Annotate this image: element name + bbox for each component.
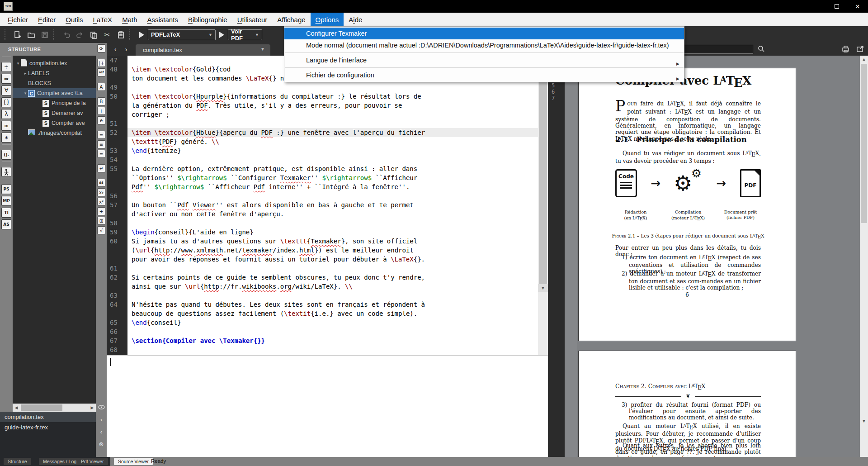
emph-icon[interactable]: e (97, 116, 105, 124)
tab-list-chevron-icon[interactable]: ▼ (260, 47, 265, 52)
align-center-icon[interactable]: ≡ (97, 140, 105, 148)
fontsize-icon[interactable]: A (97, 83, 105, 91)
menu-item-configurer[interactable]: Configurer Texmaker (284, 28, 684, 39)
maximize-button[interactable] (826, 0, 847, 13)
tree-item-section[interactable]: SDémarrer av (13, 108, 96, 118)
bold-icon[interactable]: B (97, 97, 105, 105)
print-pdf-button[interactable] (842, 45, 849, 54)
display-math-icon[interactable]: $$ (97, 179, 105, 187)
code-line[interactable]: d'activer ou non cette fenêtre d'aperçu. (127, 209, 538, 219)
open-file-button[interactable] (24, 28, 38, 42)
eye-icon[interactable] (96, 403, 107, 412)
subscript-icon[interactable]: x₂ (97, 188, 105, 196)
close-button[interactable]: ✕ (847, 0, 868, 13)
menu-outils[interactable]: Outils (61, 13, 88, 26)
open-file-compilation.tex[interactable]: compilation.tex (0, 412, 96, 422)
cut-button[interactable]: ✂ (100, 28, 114, 42)
tree-item-document[interactable]: ▾compilation.tex (13, 58, 96, 68)
sqrt-icon[interactable]: √ (97, 226, 105, 234)
tree-item-chapter[interactable]: ▾CCompiler avec \La (13, 88, 96, 98)
pdf-search-button[interactable] (758, 45, 765, 54)
structure-button[interactable]: Structure (4, 458, 31, 465)
chevron-down-icon[interactable]: ▾ (15, 61, 21, 66)
newline-icon[interactable]: ↵ (97, 164, 105, 172)
menu-options[interactable]: Options (311, 13, 344, 26)
misc-symbols-icon[interactable]: ∀ (1, 86, 11, 95)
code-line[interactable]: \section{Compiler avec \Texmaker{}} (127, 336, 538, 345)
code-line[interactable]: \item \textcolor{Hpurple}{informations d… (127, 92, 538, 101)
menu-item-langue[interactable]: Langue de l'interface▶ (284, 54, 684, 66)
code-line[interactable]: Pdf'' $\rightarrow$ ``Afficheur Pdf inte… (127, 182, 538, 191)
misc-math-icon[interactable]: ∞ (1, 121, 11, 131)
close-log-icon[interactable]: ⊗ (96, 439, 107, 448)
save-button[interactable] (38, 28, 52, 42)
ref-icon[interactable]: ref (97, 68, 105, 76)
menu-item-fichier[interactable]: Fichier de configuration▶ (284, 69, 684, 81)
menu-latex[interactable]: LaTeX (88, 13, 118, 26)
copy-button[interactable] (87, 28, 100, 42)
code-line[interactable] (127, 119, 538, 128)
open-file-guide-latex-fr.tex[interactable]: guide-latex-fr.tex (0, 422, 96, 433)
code-line[interactable]: la génération du PDF. Très utile, s'il y… (127, 101, 538, 110)
code-line[interactable]: Un bouton ``Pdf Viewer'' est alors dispo… (127, 200, 538, 209)
code-line[interactable]: N'hésite pas quand tu débutes. Les deux … (127, 300, 538, 309)
view-command-select[interactable]: Voir PDF ▼ (228, 29, 262, 40)
code-line[interactable] (127, 345, 538, 354)
collapse-log-icon[interactable]: ‹ (96, 427, 107, 436)
metapost-icon[interactable]: MP (1, 196, 11, 206)
fraction-icon[interactable]: ÷ (97, 207, 105, 215)
scrollbar-thumb[interactable] (861, 64, 867, 223)
italic-icon[interactable]: i (97, 107, 105, 115)
code-line[interactable]: \begin{conseil}{L'aide en ligne} (127, 228, 538, 237)
user-symbols-icon[interactable] (1, 167, 11, 177)
messages-log-panel[interactable] (107, 355, 548, 457)
menu-bibliographie[interactable]: Bibliographie (183, 13, 232, 26)
source-viewer-button[interactable]: Source Viewer (114, 458, 153, 465)
code-line[interactable]: Si jamais tu as d'autres questions sur \… (127, 237, 538, 246)
messages-log-button[interactable]: Messages / Log (39, 458, 80, 465)
scrollbar-thumb[interactable] (539, 56, 547, 284)
structure-horizontal-scrollbar[interactable]: ◀ ▶ (13, 404, 96, 412)
code-line[interactable]: \item \textcolor{Hblue}{aperçu du PDF :}… (127, 128, 538, 137)
menu-affichage[interactable]: Affichage (272, 13, 310, 26)
menu-math[interactable]: Math (117, 13, 142, 26)
code-line[interactable]: ``Options'' $\rightarrow$ ``Configurer T… (127, 173, 538, 182)
redo-button[interactable] (73, 28, 87, 42)
code-line[interactable] (127, 155, 538, 164)
compile-command-select[interactable]: PDFLaTeX ▼ (148, 29, 216, 40)
tree-item-section[interactable]: SCompiler ave (13, 118, 96, 128)
delimiters-icon[interactable]: {} (1, 97, 11, 107)
brackets-icon[interactable]: (]. (1, 150, 11, 160)
external-viewer-button[interactable] (856, 45, 864, 54)
favourite-symbols-icon[interactable]: ∗ (1, 133, 11, 143)
undo-button[interactable] (60, 28, 73, 42)
menu-assistants[interactable]: Assistants (142, 13, 183, 26)
code-line[interactable] (127, 191, 538, 200)
splitter-handle[interactable] (565, 56, 577, 457)
menu-item-mode[interactable]: Mode normal (document maître actuel :D:\… (284, 39, 684, 51)
tree-item-labels[interactable]: ▸LABELS (13, 68, 96, 78)
code-line[interactable]: corriger ; (127, 110, 538, 119)
code-line[interactable]: \end{conseil} (127, 318, 538, 327)
code-line[interactable]: La dernière option, extrêmement pratique… (127, 164, 538, 173)
scroll-right-icon[interactable]: ▶ (89, 404, 96, 412)
code-line[interactable]: \end{itemize} (127, 146, 538, 155)
tree-item-image[interactable]: ./Images/compilat (13, 128, 96, 138)
scroll-down-icon[interactable]: ▼ (538, 284, 548, 292)
code-line[interactable] (127, 327, 538, 336)
new-file-button[interactable] (11, 28, 24, 42)
expand-log-icon[interactable]: › (96, 415, 107, 424)
matrix-icon[interactable]: ⊞ (97, 217, 105, 225)
code-line[interactable]: (\url{http://www.xmlmath.net/texmaker/in… (127, 246, 538, 255)
menu-fichier[interactable]: Fichier (3, 13, 33, 26)
menu-editer[interactable]: Editer (33, 13, 61, 26)
code-line[interactable] (127, 219, 538, 228)
arrow-symbols-icon[interactable]: ⇒ (1, 74, 11, 84)
code-line[interactable] (127, 83, 538, 92)
pstricks-icon[interactable]: PS (1, 184, 11, 194)
align-left-icon[interactable]: ≡ (97, 131, 105, 139)
asymptote-icon[interactable]: AS (1, 219, 11, 229)
insert-block-icon[interactable]: ∣+ (97, 59, 105, 67)
code-line[interactable] (127, 291, 538, 300)
editor-vertical-scrollbar[interactable]: ▼ (538, 56, 548, 355)
